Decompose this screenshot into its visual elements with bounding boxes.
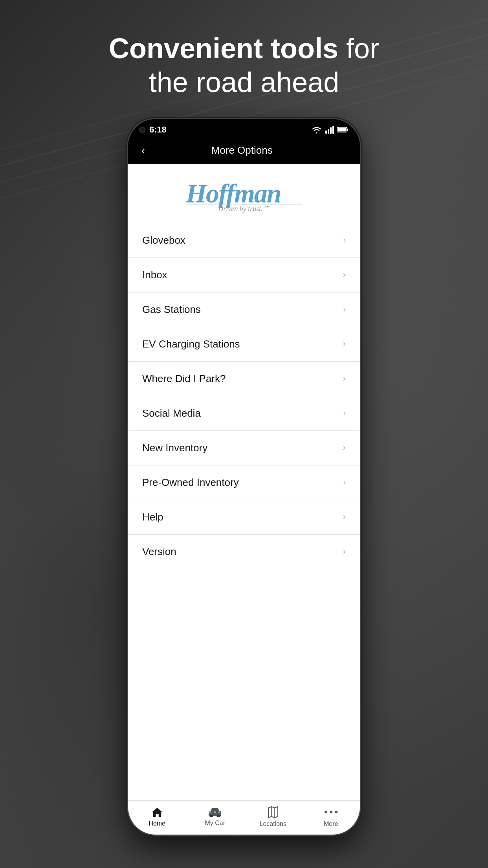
headline-regular: for	[346, 33, 379, 64]
menu-item-label-new-inv: New Inventory	[142, 442, 207, 454]
tab-locations-label: Locations	[260, 820, 287, 828]
phone-navbar: ‹ More Options	[128, 138, 360, 164]
svg-text:Hoffman: Hoffman	[185, 178, 281, 208]
chevron-icon-gas: ›	[343, 304, 346, 314]
headline-bold: Convenient tools	[109, 33, 338, 64]
tab-my-car-label: My Car	[205, 820, 225, 827]
headline: Convenient tools for the road ahead	[109, 31, 379, 99]
tab-more-label: More	[324, 820, 338, 828]
svg-rect-15	[218, 811, 220, 813]
nav-title: More Options	[149, 144, 335, 156]
menu-item-label-social: Social Media	[142, 407, 201, 419]
tab-bar: Home My Car Locations	[128, 800, 360, 835]
menu-item-label-gas: Gas Stations	[142, 303, 201, 316]
home-icon	[151, 807, 163, 818]
svg-rect-5	[347, 129, 348, 131]
headline-line2: the road ahead	[149, 66, 339, 98]
chevron-icon-pre-owned: ›	[343, 477, 346, 487]
menu-item-parking[interactable]: Where Did I Park? ›	[128, 362, 360, 396]
menu-item-label-version: Version	[142, 546, 176, 558]
back-button[interactable]: ‹	[138, 143, 149, 158]
header-section: Convenient tools for the road ahead	[109, 0, 379, 119]
svg-rect-1	[328, 129, 329, 134]
logo-area: Hoffman Driven by trust.℠	[128, 164, 360, 223]
chevron-icon-ev: ›	[343, 339, 346, 349]
menu-item-label-inbox: Inbox	[142, 269, 167, 281]
menu-item-social-media[interactable]: Social Media ›	[128, 396, 360, 431]
tab-home[interactable]: Home	[128, 807, 186, 827]
menu-item-version[interactable]: Version ›	[128, 535, 360, 569]
status-time-area: 6:18	[139, 125, 167, 135]
camera-dot	[139, 127, 145, 133]
svg-text:Driven by trust.℠: Driven by trust.℠	[218, 205, 270, 213]
chevron-icon-new-inv: ›	[343, 443, 346, 453]
menu-item-new-inventory[interactable]: New Inventory ›	[128, 431, 360, 465]
chevron-icon-version: ›	[343, 546, 346, 557]
status-bar: 6:18	[128, 119, 360, 138]
chevron-icon-glovebox: ›	[343, 235, 346, 245]
chevron-icon-help: ›	[343, 512, 346, 522]
svg-point-12	[217, 815, 220, 817]
menu-item-label-ev: EV Charging Stations	[142, 338, 240, 350]
menu-item-gas-stations[interactable]: Gas Stations ›	[128, 292, 360, 327]
battery-icon	[337, 127, 349, 133]
svg-rect-6	[338, 128, 347, 131]
phone-shell: 6:18 ‹ More Op	[128, 119, 360, 835]
more-dots-icon	[325, 806, 338, 818]
menu-item-label-help: Help	[142, 511, 163, 523]
menu-item-pre-owned[interactable]: Pre-Owned Inventory ›	[128, 465, 360, 500]
status-time: 6:18	[149, 125, 167, 135]
menu-item-glovebox[interactable]: Glovebox ›	[128, 223, 360, 258]
menu-item-help[interactable]: Help ›	[128, 500, 360, 535]
svg-rect-2	[330, 127, 332, 134]
tab-home-label: Home	[149, 820, 165, 827]
car-icon	[208, 807, 222, 817]
menu-item-label-glovebox: Glovebox	[142, 234, 185, 246]
menu-list: Glovebox › Inbox › Gas Stations › EV Cha…	[128, 223, 360, 800]
svg-rect-14	[214, 811, 216, 813]
svg-rect-13	[209, 811, 211, 813]
menu-item-inbox[interactable]: Inbox ›	[128, 258, 360, 292]
chevron-icon-social: ›	[343, 408, 346, 418]
wifi-icon	[311, 126, 322, 134]
map-icon	[268, 806, 279, 818]
svg-rect-0	[325, 131, 327, 134]
svg-point-11	[210, 815, 213, 817]
menu-item-label-pre-owned: Pre-Owned Inventory	[142, 476, 239, 489]
chevron-icon-parking: ›	[343, 373, 346, 384]
svg-rect-3	[332, 126, 334, 134]
tab-locations[interactable]: Locations	[244, 806, 302, 828]
content-area: Hoffman Driven by trust.℠ Glovebox › Inb…	[128, 164, 360, 800]
hoffman-logo: Hoffman Driven by trust.℠	[181, 178, 307, 213]
menu-item-label-parking: Where Did I Park?	[142, 373, 226, 385]
tab-my-car[interactable]: My Car	[186, 807, 244, 827]
menu-item-ev-charging[interactable]: EV Charging Stations ›	[128, 327, 360, 362]
signal-icon	[325, 126, 334, 134]
chevron-icon-inbox: ›	[343, 270, 346, 280]
tab-more[interactable]: More	[302, 806, 360, 828]
status-icons	[311, 126, 349, 134]
